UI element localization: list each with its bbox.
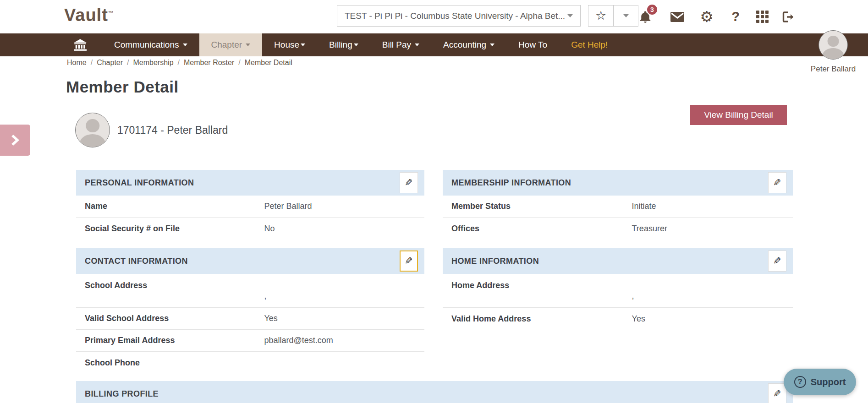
chevron-down-icon [354, 44, 358, 46]
nav-label: Billing [329, 40, 352, 50]
favorite-dropdown-button[interactable] [613, 5, 638, 26]
nav-get-help[interactable]: Get Help! [559, 33, 620, 56]
messages-button[interactable] [670, 0, 685, 33]
question-mark-icon: ? [731, 9, 740, 24]
table-row: Name Peter Ballard [76, 196, 424, 218]
row-label: School Phone [85, 358, 140, 368]
edit-membership-information-button[interactable]: ✎ [768, 172, 786, 193]
nav-billing[interactable]: Billing [317, 33, 370, 56]
home-information-rows: Home Address , Valid Home Address Yes [443, 274, 793, 330]
nav-accounting[interactable]: Accounting [431, 33, 506, 56]
support-button[interactable]: ? Support [784, 369, 856, 395]
breadcrumb-home[interactable]: Home [67, 59, 87, 66]
nav-bill-pay[interactable]: Bill Pay [370, 33, 431, 56]
member-avatar [75, 113, 110, 147]
pencil-icon: ✎ [773, 388, 781, 399]
nav-house[interactable]: House [262, 33, 317, 56]
row-value: , [632, 291, 634, 301]
top-bar: Vault™ TEST - Pi Pi Pi - Columbus State … [0, 0, 868, 33]
favorite-button[interactable]: ☆ [588, 5, 613, 26]
chevron-down-icon [567, 14, 573, 17]
row-label: Primary Email Address [85, 336, 175, 345]
settings-button[interactable]: ⚙ [698, 0, 715, 33]
organization-selector-value: TEST - Pi Pi Pi - Columbus State Univers… [345, 11, 565, 21]
edit-home-information-button[interactable]: ✎ [768, 251, 786, 272]
breadcrumb-separator: / [127, 59, 129, 66]
nav-chapter[interactable]: Chapter [199, 33, 263, 56]
table-row: Valid Home Address Yes [443, 308, 793, 330]
table-row: School Address , [76, 274, 424, 308]
table-row: Social Security # on File No [76, 218, 424, 240]
favorite-button-group: ☆ [588, 5, 638, 27]
personal-information-header: PERSONAL INFORMATION ✎ [76, 170, 424, 196]
row-value: Yes [632, 314, 645, 324]
table-row: Offices Treasurer [443, 218, 793, 240]
nav-how-to[interactable]: How To [506, 33, 559, 56]
star-icon: ☆ [595, 10, 606, 22]
row-label: Valid Home Address [451, 314, 531, 324]
sign-out-icon [782, 11, 795, 23]
edit-personal-information-button[interactable]: ✎ [400, 172, 418, 193]
personal-information-rows: Name Peter Ballard Social Security # on … [76, 196, 424, 240]
panel-title: PERSONAL INFORMATION [85, 178, 194, 188]
row-label: Offices [451, 224, 479, 234]
row-label: School Address [85, 281, 147, 290]
billing-profile-header: BILLING PROFILE ✎ [76, 381, 793, 403]
table-row: Member Status Initiate [443, 196, 793, 218]
nav-label: Accounting [443, 40, 486, 50]
row-value: Treasurer [632, 224, 667, 234]
nav-communications[interactable]: Communications [102, 33, 199, 56]
chevron-down-icon [301, 44, 305, 46]
apps-button[interactable] [756, 0, 769, 33]
logout-button[interactable] [782, 0, 796, 33]
notification-count-badge: 3 [646, 4, 658, 16]
breadcrumb-chapter[interactable]: Chapter [97, 59, 123, 66]
breadcrumb-separator: / [178, 59, 180, 66]
edit-billing-profile-button[interactable]: ✎ [768, 383, 786, 403]
chevron-down-icon [246, 44, 250, 46]
expand-panel-tab[interactable] [0, 125, 30, 156]
chevron-right-icon [10, 134, 20, 146]
question-circle-icon: ? [794, 376, 806, 388]
row-label: Valid School Address [85, 314, 169, 323]
row-value: Initiate [632, 202, 656, 211]
row-label: Social Security # on File [85, 224, 180, 234]
chevron-down-icon [490, 44, 494, 46]
row-value: pballard@test.com [264, 336, 333, 345]
row-label: Name [85, 202, 107, 211]
nav-label: How To [518, 40, 547, 50]
grid-icon [756, 11, 769, 23]
row-value: Peter Ballard [264, 202, 312, 211]
table-row: Home Address , [443, 274, 793, 308]
support-label: Support [811, 377, 846, 387]
contact-information-rows: School Address , Valid School Address Ye… [76, 274, 424, 374]
breadcrumb-member-roster[interactable]: Member Roster [184, 59, 234, 66]
view-billing-detail-button[interactable]: View Billing Detail [690, 105, 787, 125]
envelope-icon [670, 12, 684, 22]
nav-label: Chapter [211, 40, 242, 50]
bank-icon [74, 39, 87, 51]
edit-contact-information-button[interactable]: ✎ [400, 251, 418, 272]
breadcrumb-membership[interactable]: Membership [133, 59, 174, 66]
membership-information-rows: Member Status Initiate Offices Treasurer [443, 196, 793, 240]
table-row: Primary Email Address pballard@test.com [76, 330, 424, 352]
home-information-header: HOME INFORMATION ✎ [443, 248, 793, 274]
help-button[interactable]: ? [730, 0, 742, 33]
breadcrumb-separator: / [238, 59, 240, 66]
home-dashboard-button[interactable] [74, 33, 87, 56]
row-label: Member Status [451, 202, 511, 211]
vault-logo: Vault™ [64, 5, 114, 25]
table-row: School Phone [76, 352, 424, 374]
pencil-icon: ✎ [405, 256, 413, 267]
avatar [75, 113, 110, 147]
organization-selector[interactable]: TEST - Pi Pi Pi - Columbus State Univers… [337, 5, 581, 27]
user-name-label: Peter Ballard [803, 65, 863, 74]
nav-label: House [274, 40, 299, 50]
pencil-icon: ✎ [405, 177, 413, 188]
user-avatar[interactable] [819, 30, 848, 60]
panel-title: BILLING PROFILE [85, 389, 159, 399]
notifications-button[interactable]: 3 [636, 0, 654, 33]
breadcrumb: Home/Chapter/Membership/Member Roster/Me… [67, 59, 292, 67]
chevron-down-icon [183, 44, 187, 46]
nav-label: Get Help! [571, 40, 608, 50]
